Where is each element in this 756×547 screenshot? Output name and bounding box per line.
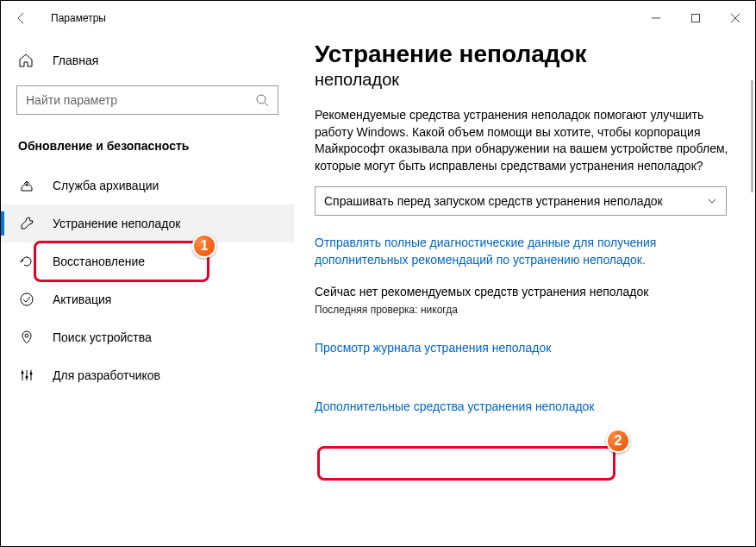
sidebar-item-label: Для разработчиков [53, 368, 160, 382]
recovery-icon [18, 254, 35, 269]
sidebar-item-label: Восстановление [53, 255, 145, 268]
wrench-icon [18, 216, 35, 231]
scrollbar[interactable] [751, 80, 753, 192]
maximize-button[interactable] [676, 1, 715, 35]
chevron-down-icon [707, 196, 717, 206]
home-nav[interactable]: Главная [1, 44, 294, 77]
sidebar-item-backup[interactable]: Служба архивации [1, 167, 294, 204]
troubleshoot-dropdown[interactable]: Спрашивать перед запуском средств устран… [315, 186, 727, 216]
last-check-text: Последняя проверка: никогда [315, 304, 734, 316]
diagnostic-link[interactable]: Отправлять полные диагностические данные… [315, 235, 728, 268]
activation-icon [18, 292, 35, 307]
home-label: Главная [53, 53, 98, 67]
back-button[interactable] [4, 1, 39, 35]
minimize-button[interactable] [636, 1, 676, 35]
intro-text: Рекомендуемые средства устранения непола… [315, 107, 728, 174]
sidebar: Главная Найти параметр Обновление и безо… [1, 35, 294, 547]
page-subheading: неполадок [315, 70, 734, 90]
sidebar-item-label: Поиск устройства [53, 330, 152, 344]
dropdown-value: Спрашивать перед запуском средств устран… [324, 194, 707, 208]
annotation-badge-2: 2 [606, 429, 630, 453]
main-content: Устранение неполадок неполадок Рекоменду… [294, 35, 755, 547]
svg-point-6 [21, 293, 33, 305]
search-icon [255, 93, 269, 107]
status-text: Сейчас нет рекомендуемых средств устране… [315, 285, 734, 299]
sidebar-item-label: Активация [53, 292, 111, 306]
sidebar-item-recovery[interactable]: Восстановление [1, 242, 294, 280]
sidebar-item-label: Служба архивации [53, 179, 159, 192]
section-title: Обновление и безопасность [1, 130, 294, 167]
svg-rect-1 [692, 15, 700, 22]
svg-point-13 [30, 373, 33, 375]
close-button[interactable] [715, 1, 755, 35]
svg-point-11 [22, 372, 24, 374]
sidebar-item-find-device[interactable]: Поиск устройства [1, 318, 294, 356]
svg-point-4 [257, 95, 266, 104]
page-heading: Устранение неполадок [315, 41, 734, 68]
history-link[interactable]: Просмотр журнала устранения неполадок [315, 341, 551, 355]
search-placeholder: Найти параметр [26, 93, 255, 107]
home-icon [18, 53, 35, 68]
sidebar-item-label: Устранение неполадок [53, 217, 180, 230]
backup-icon [18, 178, 35, 193]
svg-point-12 [26, 376, 28, 379]
sidebar-item-activation[interactable]: Активация [1, 280, 294, 318]
annotation-badge-1: 1 [192, 234, 216, 258]
search-input[interactable]: Найти параметр [16, 85, 278, 115]
titlebar: Параметры [1, 1, 755, 35]
sidebar-item-developers[interactable]: Для разработчиков [1, 356, 294, 394]
additional-troubleshooters-link[interactable]: Дополнительные средства устранения непол… [315, 399, 595, 413]
location-icon [18, 330, 35, 345]
svg-point-7 [25, 334, 28, 337]
developers-icon [18, 368, 35, 383]
sidebar-item-troubleshoot[interactable]: Устранение неполадок [1, 204, 294, 242]
svg-line-5 [265, 103, 268, 106]
window-controls [636, 1, 755, 35]
window-title: Параметры [51, 12, 106, 24]
